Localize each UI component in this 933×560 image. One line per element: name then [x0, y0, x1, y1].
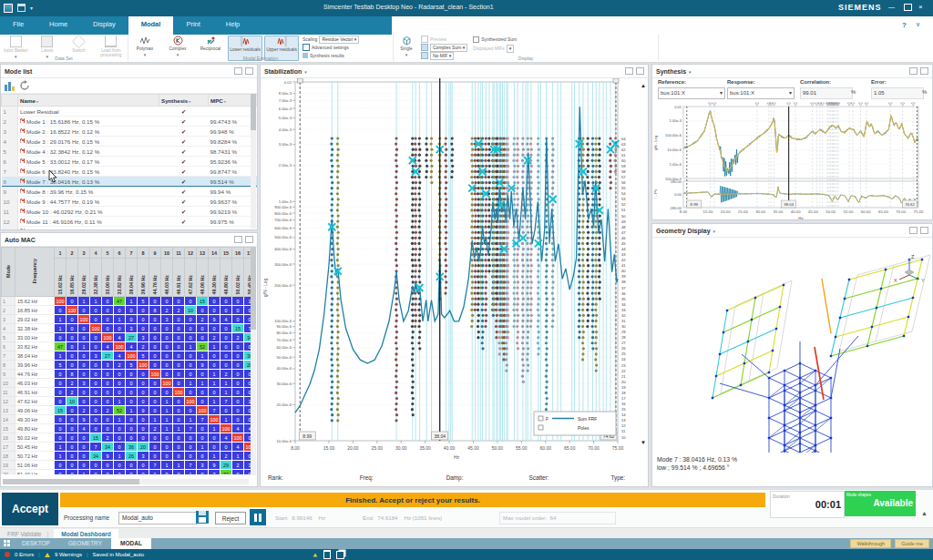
mac-cell[interactable]: 2 [149, 424, 161, 433]
mode-list-row[interactable]: 10Mode 9 : 44.7577 Hz, 0.19 %✔99.9637 % [2, 197, 258, 207]
mac-cell[interactable]: 4 [232, 424, 244, 433]
mac-cell[interactable]: 0 [138, 461, 149, 470]
mac-cell[interactable]: 2 [102, 433, 114, 443]
mac-cell[interactable]: 0 [90, 470, 102, 475]
synthesis-checkbox[interactable]: ✔ [159, 177, 209, 187]
load-from-processing-button[interactable]: Load from processing [96, 36, 127, 57]
mac-cell[interactable]: 0 [138, 433, 149, 443]
mac-cell[interactable]: 3 [90, 351, 102, 361]
mac-cell[interactable]: 0 [149, 342, 161, 351]
workspace-tab-desktop[interactable]: DESKTOP [13, 538, 59, 549]
mac-cell[interactable]: 100 [173, 388, 185, 397]
mac-cell[interactable]: 9 [138, 406, 149, 415]
mac-cell[interactable]: 0 [138, 424, 149, 433]
mac-cell[interactable]: 0 [232, 315, 244, 324]
mac-cell[interactable]: 0 [232, 361, 244, 370]
maximize-panel-icon[interactable] [245, 236, 253, 243]
mac-cell[interactable]: 0 [78, 443, 90, 452]
mac-cell[interactable]: 0 [220, 361, 232, 370]
workspace-grid-icon[interactable] [4, 540, 13, 547]
collapse-bar-icon[interactable]: ▲ [921, 510, 928, 516]
mac-cell[interactable]: 1 [114, 415, 126, 424]
mac-cell[interactable]: 0 [197, 370, 209, 379]
scaling-select[interactable]: Residue Vector ▾ [319, 36, 359, 44]
mac-cell[interactable]: 0 [78, 361, 90, 370]
scroll-down-icon[interactable]: ▼ [641, 440, 646, 445]
mac-cell[interactable]: 0 [67, 415, 78, 424]
mac-cell[interactable]: 0 [90, 424, 102, 433]
mac-cell[interactable]: 1 [209, 397, 220, 406]
panel-dropdown-icon[interactable] [713, 228, 716, 234]
mac-cell[interactable]: 1 [78, 297, 90, 306]
mac-cell[interactable]: 0 [67, 342, 78, 351]
accept-button[interactable]: Accept [2, 493, 58, 525]
errors-count[interactable]: 0 Errors [15, 552, 34, 557]
mac-cell[interactable]: 0 [197, 388, 209, 397]
mac-cell[interactable]: 0 [161, 333, 173, 342]
mac-cell[interactable]: 0 [78, 370, 90, 379]
pole-column[interactable] [594, 137, 598, 372]
mac-cell[interactable]: 0 [90, 370, 102, 379]
tab-file[interactable]: File [0, 16, 36, 35]
mac-cell[interactable]: 0 [102, 370, 114, 379]
mac-cell[interactable]: 100 [126, 351, 138, 361]
mac-cell[interactable]: 0 [185, 333, 197, 342]
mac-cell[interactable]: 0 [185, 324, 197, 333]
mac-cell[interactable]: 0 [209, 388, 220, 397]
pause-button[interactable] [250, 509, 266, 525]
mac-cell[interactable]: 1 [197, 351, 209, 361]
mac-cell[interactable]: 7 [149, 461, 161, 470]
mac-cell[interactable]: 0 [78, 397, 90, 406]
float-panel-icon[interactable] [234, 67, 242, 75]
mode-list-row[interactable]: 3Mode 2 : 16.8522 Hz, 0.12 %✔99.948 % [2, 127, 258, 137]
mac-cell[interactable]: 0 [197, 424, 209, 433]
mac-cell[interactable]: 0 [126, 388, 138, 397]
mac-cell[interactable]: 1 [173, 424, 185, 433]
mac-cell[interactable]: 0 [78, 433, 90, 443]
mac-cell[interactable]: 0 [149, 406, 161, 415]
mac-cell[interactable]: 0 [78, 452, 90, 461]
mac-cell[interactable]: 27 [126, 333, 138, 342]
mac-cell[interactable]: 0 [138, 388, 149, 397]
mac-cell[interactable]: 0 [55, 461, 67, 470]
mac-cell[interactable]: 1 [161, 461, 173, 470]
mac-cell[interactable]: 0 [185, 351, 197, 361]
mac-cell[interactable]: 0 [149, 297, 161, 306]
mac-cell[interactable]: 5 [138, 351, 149, 361]
mac-cell[interactable]: 4 [102, 342, 114, 351]
legend-checkbox[interactable] [538, 425, 543, 430]
ribbon-collapse-icon[interactable]: ∨ [916, 21, 920, 28]
mac-cell[interactable]: 2 [220, 452, 232, 461]
mac-cell[interactable]: 0 [161, 370, 173, 379]
mac-cell[interactable]: 0 [161, 443, 173, 452]
tab-home[interactable]: Home [36, 16, 80, 35]
mac-cell[interactable]: 0 [209, 297, 220, 306]
mac-cell[interactable]: 0 [197, 452, 209, 461]
mac-cell[interactable]: 1 [220, 388, 232, 397]
mac-cell[interactable]: 0 [126, 461, 138, 470]
mode-list-row[interactable]: 11Mode 10 : 46.0292 Hz, 0.21 %✔99.9219 % [2, 207, 258, 217]
mac-cell[interactable]: 0 [102, 424, 114, 433]
mac-cell[interactable]: 0 [90, 388, 102, 397]
mac-cell[interactable]: 47 [114, 297, 126, 306]
mode-list-scrollbar[interactable] [251, 94, 256, 229]
mac-cell[interactable]: 0 [90, 306, 102, 315]
mac-cell[interactable]: 0 [55, 306, 67, 315]
mac-cell[interactable]: 0 [138, 370, 149, 379]
mode-list-row[interactable]: 4Mode 3 : 29.0176 Hz, 0.15 %✔99.8284 % [2, 137, 258, 147]
mac-cell[interactable]: 0 [90, 315, 102, 324]
mac-cell[interactable]: 100 [114, 342, 126, 351]
float-panel-icon[interactable] [625, 67, 633, 75]
synthesis-checkbox[interactable]: ✔ [159, 117, 209, 127]
mac-cell[interactable]: 0 [220, 324, 232, 333]
mac-cell[interactable]: 0 [114, 461, 126, 470]
mac-cell[interactable]: 0 [161, 361, 173, 370]
mac-cell[interactable]: 4 [114, 333, 126, 342]
mac-cell[interactable]: 0 [114, 324, 126, 333]
mac-cell[interactable]: 34 [102, 443, 114, 452]
mac-cell[interactable]: 0 [232, 388, 244, 397]
mac-cell[interactable]: 0 [232, 415, 244, 424]
mac-cell[interactable]: 0 [185, 361, 197, 370]
mac-cell[interactable]: 1 [161, 406, 173, 415]
float-panel-icon[interactable] [234, 236, 242, 243]
